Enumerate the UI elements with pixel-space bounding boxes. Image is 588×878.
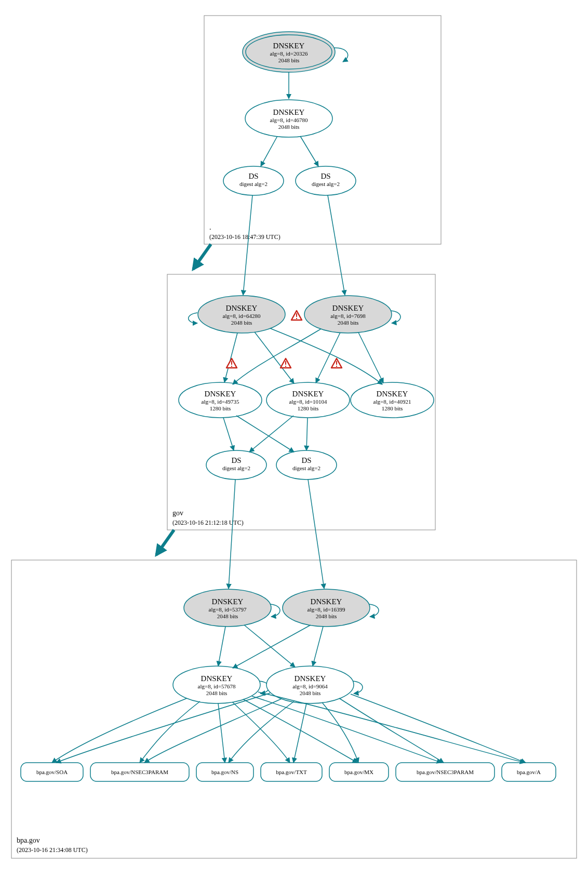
node-bpa-ksk1: DNSKEY alg=8, id=53797 2048 bits	[184, 589, 271, 627]
svg-text:DNSKEY: DNSKEY	[311, 597, 342, 606]
svg-text:2048 bits: 2048 bits	[206, 690, 228, 696]
svg-text:2048 bits: 2048 bits	[278, 57, 300, 63]
svg-text:2048 bits: 2048 bits	[278, 124, 300, 130]
rr-nsec3b: bpa.gov/NSEC3PARAM	[417, 769, 474, 775]
node-gov-ksk1: DNSKEY alg=8, id=64280 2048 bits	[198, 296, 285, 333]
svg-text:1280 bits: 1280 bits	[210, 405, 231, 411]
rr-mx: bpa.gov/MX	[344, 769, 373, 775]
node-root-ds2: DS digest alg=2	[296, 166, 356, 195]
dnssec-diagram: . (2023-10-16 18:47:39 UTC) DNSKEY alg=8…	[0, 0, 588, 878]
svg-text:2048 bits: 2048 bits	[231, 320, 252, 326]
svg-text:DS: DS	[301, 456, 311, 464]
zone-root-ts: (2023-10-16 18:47:39 UTC)	[209, 233, 280, 241]
node-gov-zsk1: DNSKEY alg=8, id=49735 1280 bits	[179, 382, 262, 418]
svg-text:alg=8, id=20326: alg=8, id=20326	[270, 50, 308, 57]
svg-text:alg=8, id=9064: alg=8, id=9064	[292, 683, 328, 689]
edge-root-to-gov	[193, 244, 211, 269]
rr-nsec3a: bpa.gov/NSEC3PARAM	[111, 769, 168, 775]
svg-text:digest alg=2: digest alg=2	[222, 465, 250, 471]
node-gov-zsk2: DNSKEY alg=8, id=10104 1280 bits	[266, 382, 350, 418]
svg-rect-24	[296, 318, 297, 319]
node-bpa-ksk2: DNSKEY alg=8, id=16399 2048 bits	[283, 589, 370, 627]
svg-text:alg=8, id=10104: alg=8, id=10104	[289, 398, 327, 405]
svg-text:alg=8, id=46780: alg=8, id=46780	[270, 117, 308, 123]
svg-text:DS: DS	[231, 456, 241, 464]
svg-rect-23	[296, 313, 297, 317]
svg-text:alg=8, id=16399: alg=8, id=16399	[308, 606, 345, 613]
svg-text:DNSKEY: DNSKEY	[212, 597, 244, 606]
svg-rect-42	[336, 366, 337, 367]
edge-gov-to-bpa	[156, 530, 174, 555]
svg-text:DNSKEY: DNSKEY	[295, 674, 326, 683]
zone-gov-name: gov	[172, 509, 183, 517]
svg-rect-41	[336, 361, 337, 365]
svg-text:DNSKEY: DNSKEY	[273, 42, 305, 50]
svg-text:DNSKEY: DNSKEY	[292, 390, 324, 398]
svg-text:DNSKEY: DNSKEY	[332, 304, 364, 312]
svg-text:alg=8, id=53797: alg=8, id=53797	[209, 606, 247, 613]
svg-text:2048 bits: 2048 bits	[217, 613, 238, 619]
rr-txt: bpa.gov/TXT	[276, 769, 307, 775]
svg-text:alg=8, id=40921: alg=8, id=40921	[373, 398, 411, 405]
svg-text:1280 bits: 1280 bits	[382, 405, 403, 411]
svg-rect-40	[285, 366, 286, 367]
svg-text:alg=8, id=7698: alg=8, id=7698	[330, 313, 366, 319]
node-root-ds1: DS digest alg=2	[223, 166, 284, 195]
zone-bpa-ts: (2023-10-16 21:34:08 UTC)	[17, 846, 88, 854]
rr-a: bpa.gov/A	[517, 769, 541, 775]
node-gov-ksk2: DNSKEY alg=8, id=7698 2048 bits	[304, 296, 392, 333]
node-bpa-zsk1: DNSKEY alg=8, id=57678 2048 bits	[173, 666, 260, 703]
node-root-ksk: DNSKEY alg=8, id=20326 2048 bits	[243, 32, 335, 72]
svg-text:digest alg=2: digest alg=2	[312, 181, 340, 187]
svg-rect-38	[231, 366, 232, 367]
svg-rect-37	[231, 361, 232, 365]
node-bpa-zsk2: DNSKEY alg=8, id=9064 2048 bits	[266, 666, 354, 703]
rr-soa: bpa.gov/SOA	[36, 769, 68, 775]
svg-text:DNSKEY: DNSKEY	[201, 674, 233, 683]
svg-text:alg=8, id=57678: alg=8, id=57678	[198, 683, 236, 689]
node-gov-zsk3: DNSKEY alg=8, id=40921 1280 bits	[351, 382, 434, 418]
rr-row: bpa.gov/SOA bpa.gov/NSEC3PARAM bpa.gov/N…	[21, 763, 556, 781]
node-gov-ds2: DS digest alg=2	[276, 450, 337, 480]
svg-text:DS: DS	[248, 172, 258, 180]
svg-text:2048 bits: 2048 bits	[316, 613, 337, 619]
svg-text:DNSKEY: DNSKEY	[226, 304, 258, 312]
rr-ns: bpa.gov/NS	[211, 769, 238, 775]
svg-text:2048 bits: 2048 bits	[338, 320, 359, 326]
node-root-zsk: DNSKEY alg=8, id=46780 2048 bits	[245, 100, 332, 137]
svg-text:DS: DS	[320, 172, 330, 180]
svg-text:2048 bits: 2048 bits	[300, 690, 321, 696]
svg-text:digest alg=2: digest alg=2	[292, 465, 320, 471]
zone-bpa-name: bpa.gov	[17, 836, 40, 844]
svg-rect-39	[285, 361, 286, 365]
node-gov-ds1: DS digest alg=2	[206, 450, 266, 480]
zone-root-name: .	[209, 223, 211, 231]
svg-text:digest alg=2: digest alg=2	[239, 181, 268, 187]
svg-text:alg=8, id=64280: alg=8, id=64280	[223, 313, 261, 319]
svg-text:1280 bits: 1280 bits	[298, 405, 319, 411]
svg-text:DNSKEY: DNSKEY	[273, 108, 305, 116]
svg-text:DNSKEY: DNSKEY	[377, 390, 408, 398]
svg-text:DNSKEY: DNSKEY	[205, 390, 236, 398]
svg-text:alg=8, id=49735: alg=8, id=49735	[202, 398, 239, 405]
